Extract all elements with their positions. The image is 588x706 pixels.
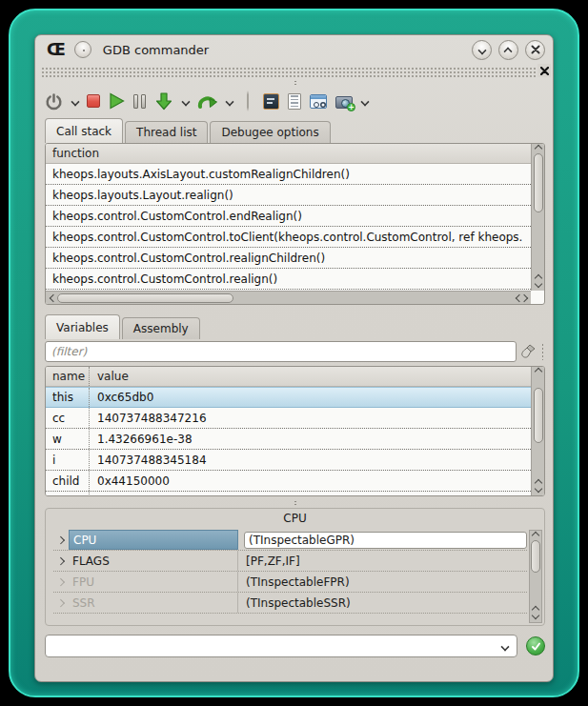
- callstack-horizontal-scrollbar[interactable]: [46, 291, 531, 304]
- brush-icon: [519, 343, 537, 360]
- step-into-icon: [154, 91, 173, 111]
- window-title: GDB commander: [103, 43, 209, 57]
- variable-row[interactable]: this 0xc65db0: [46, 387, 531, 408]
- add-inspector-dropdown-chevron-icon[interactable]: [361, 98, 368, 105]
- maximize-button[interactable]: [498, 40, 518, 60]
- tab-assembly[interactable]: Assembly: [122, 317, 200, 339]
- callstack-row[interactable]: kheops.control.CustomControl.endRealign(…: [46, 206, 531, 227]
- disassembly-button[interactable]: [288, 89, 301, 113]
- stop-button[interactable]: [87, 89, 100, 113]
- scroll-left-icon[interactable]: [48, 294, 55, 302]
- expand-chevron-icon[interactable]: [53, 558, 69, 564]
- debug-toolbar: +: [45, 85, 545, 117]
- close-button[interactable]: [525, 40, 545, 60]
- splitter-grip[interactable]: [294, 500, 296, 505]
- dock-close-button[interactable]: [537, 64, 551, 77]
- run-icon: [109, 92, 125, 110]
- callstack-vertical-scrollbar[interactable]: [531, 144, 544, 291]
- execute-command-button[interactable]: [526, 636, 545, 656]
- dock-close-icon: [540, 67, 549, 75]
- callstack-row[interactable]: kheops.control.CustomControl.toClient(kh…: [46, 227, 531, 248]
- document-lines-icon: [288, 93, 301, 110]
- power-dropdown-chevron-icon[interactable]: [71, 98, 78, 105]
- tab-thread-list[interactable]: Thread list: [125, 121, 208, 143]
- clear-filter-button[interactable]: [517, 341, 539, 362]
- titlebar[interactable]: Œ GDB commander: [35, 35, 553, 64]
- callstack-row[interactable]: kheops.control.CustomControl.realignChil…: [46, 248, 531, 269]
- scroll-up-icon[interactable]: [535, 144, 542, 151]
- chevron-down-icon: [478, 47, 485, 53]
- command-value: [46, 640, 51, 654]
- filter-input[interactable]: [45, 341, 517, 362]
- dock-titlebar[interactable]: [41, 67, 549, 78]
- pause-icon: [133, 94, 146, 109]
- variable-row[interactable]: i 140737488345184: [46, 450, 531, 471]
- inspect-tabbar: Variables Assembly: [45, 314, 200, 339]
- scroll-down-icon[interactable]: [535, 486, 542, 494]
- command-row: [45, 634, 545, 658]
- watches-window-icon: [310, 94, 327, 109]
- shade-button[interactable]: [472, 40, 492, 60]
- scroll-thumb[interactable]: [534, 388, 543, 443]
- gdb-commander-window: Œ GDB commander: [34, 34, 554, 682]
- power-button[interactable]: [45, 89, 63, 113]
- scroll-right-icon[interactable]: [521, 294, 529, 302]
- step-into-button[interactable]: [154, 89, 173, 113]
- scroll-up-icon[interactable]: [532, 531, 539, 538]
- column-value[interactable]: value: [90, 370, 129, 383]
- panel-resize-grip[interactable]: [541, 343, 545, 360]
- cpu-row[interactable]: SSR (TInspectableSSR): [53, 593, 527, 614]
- combo-dropdown-chevron-icon[interactable]: [501, 643, 508, 650]
- gdb-command-combobox[interactable]: [45, 635, 517, 657]
- scroll-thumb[interactable]: [534, 153, 543, 212]
- variable-row[interactable]: cc 140737488347216: [46, 408, 531, 429]
- variable-row[interactable]: w 1.43266961e-38: [46, 429, 531, 450]
- cpu-row[interactable]: FPU (TInspectableFPR): [53, 572, 527, 593]
- tab-debugee-options[interactable]: Debugee options: [210, 121, 330, 143]
- variable-row[interactable]: b 1.43266961e-38: [46, 492, 531, 495]
- expand-chevron-icon[interactable]: [53, 600, 69, 606]
- filter-row: [45, 340, 545, 363]
- stop-icon: [87, 94, 100, 108]
- scroll-up-icon[interactable]: [535, 367, 542, 374]
- expand-chevron-icon[interactable]: [53, 579, 69, 585]
- callstack-panel: function kheops.layouts.AxisLayout.custo…: [45, 143, 545, 305]
- window-menu-button[interactable]: [74, 41, 91, 58]
- tab-call-stack[interactable]: Call stack: [45, 118, 123, 143]
- step-over-dropdown-chevron-icon[interactable]: [226, 98, 233, 105]
- cpu-row[interactable]: FLAGS [PF,ZF,IF]: [53, 551, 527, 572]
- add-inspector-button[interactable]: +: [335, 89, 353, 113]
- run-button[interactable]: [109, 89, 125, 113]
- power-icon: [45, 92, 63, 111]
- toolbar-separator: [247, 91, 249, 111]
- cpu-groupbox: CPU CPU (TInspectableGPR) FLAGS [PF,ZF,I…: [45, 508, 545, 626]
- pause-button[interactable]: [133, 89, 146, 113]
- step-into-dropdown-chevron-icon[interactable]: [182, 98, 189, 105]
- cpu-view-button[interactable]: [263, 89, 279, 113]
- variables-header[interactable]: name value: [46, 367, 531, 387]
- watches-button[interactable]: [310, 89, 327, 113]
- callstack-row[interactable]: kheops.layouts.Layout.realign(): [46, 185, 531, 206]
- scroll-down-icon[interactable]: [532, 613, 539, 620]
- callstack-row[interactable]: kheops.control.CustomControl.realign(): [46, 269, 531, 290]
- expand-chevron-icon[interactable]: [53, 537, 69, 543]
- cpu-vertical-scrollbar[interactable]: [529, 530, 542, 623]
- scroll-thumb[interactable]: [57, 293, 233, 303]
- column-name[interactable]: name: [46, 367, 90, 386]
- cpu-row[interactable]: CPU (TInspectableGPR): [53, 530, 527, 551]
- callstack-row[interactable]: kheops.layouts.AxisLayout.customRealignC…: [46, 164, 531, 185]
- variable-row[interactable]: child 0x44150000: [46, 471, 531, 492]
- variables-vertical-scrollbar[interactable]: [531, 367, 544, 495]
- step-over-button[interactable]: [197, 89, 217, 113]
- step-over-icon: [197, 91, 217, 111]
- register-value-field[interactable]: (TInspectableGPR): [244, 532, 527, 549]
- check-icon: [531, 641, 541, 652]
- scroll-down-icon[interactable]: [535, 281, 542, 289]
- close-icon: [531, 45, 540, 54]
- cpu-register-tree: CPU (TInspectableGPR) FLAGS [PF,ZF,IF] F…: [53, 530, 527, 625]
- scroll-thumb[interactable]: [531, 540, 540, 573]
- callstack-header[interactable]: function: [46, 144, 531, 164]
- variables-panel: name value this 0xc65db0 cc 140737488347…: [45, 366, 545, 496]
- tab-variables[interactable]: Variables: [45, 314, 120, 339]
- app-logo-icon: Œ: [47, 40, 65, 59]
